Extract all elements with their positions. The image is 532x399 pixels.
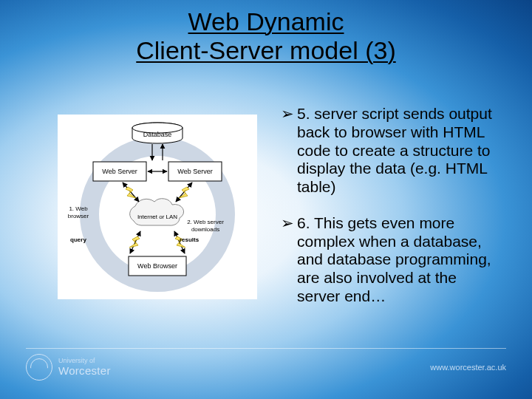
university-big: Worcester [58, 365, 111, 377]
side-right-3: results [180, 236, 200, 243]
footer-left: University of Worcester [26, 354, 111, 381]
slide: Web Dynamic Client-Server model (3) Data… [0, 0, 532, 399]
bullet-item: ➢ 6. This gets even more complex when a … [281, 214, 502, 306]
title-line-1: Web Dynamic [188, 7, 344, 35]
university-logo-icon [26, 354, 52, 381]
bullet-marker-icon: ➢ [281, 214, 294, 233]
side-right-2: downloads [191, 226, 219, 233]
side-left-1: 1. Web [69, 205, 88, 212]
cloud-label: Internet or LAN [137, 214, 177, 220]
university-small: University of [58, 358, 111, 364]
web-server-left-label: Web Server [102, 168, 137, 175]
web-server-right-label: Web Server [177, 168, 212, 175]
bullet-text: 6. This gets even more complex when a da… [297, 214, 491, 304]
slide-title: Web Dynamic Client-Server model (3) [0, 7, 532, 65]
side-left-2: browser [68, 213, 89, 219]
web-browser-label: Web Browser [137, 262, 177, 270]
bullet-marker-icon: ➢ [281, 105, 294, 123]
bullet-item: ➢ 5. server script sends output back to … [281, 105, 502, 197]
university-name: University of Worcester [58, 358, 111, 376]
database-shape: Database [132, 123, 183, 143]
footer-url: www.worcester.ac.uk [430, 363, 506, 372]
footer: University of Worcester www.worcester.ac… [26, 348, 506, 386]
title-line-2: Client-Server model (3) [136, 36, 395, 64]
diagram-image: Database Web Server Web Server Internet … [58, 115, 257, 299]
side-left-3: query [70, 236, 86, 243]
database-label: Database [143, 131, 172, 138]
side-right-1: 2. Web server [187, 219, 224, 225]
svg-marker-13 [129, 236, 140, 248]
bullet-text: 5. server script sends output back to br… [297, 105, 492, 195]
bullet-list: ➢ 5. server script sends output back to … [281, 105, 502, 324]
